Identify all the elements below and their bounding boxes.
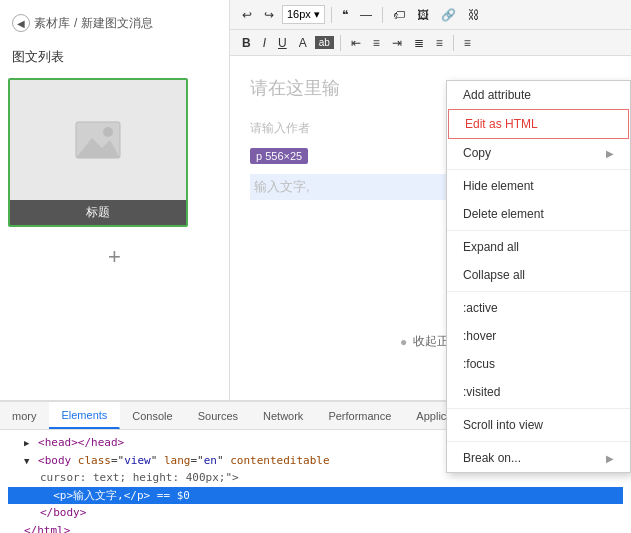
right-editor: ↩ ↪ 16px ▾ ❝ — 🏷 🖼 🔗 ⛓ B I U A ab ⇤ ≡ ⇥ … <box>230 0 631 400</box>
toolbar-row2: B I U A ab ⇤ ≡ ⇥ ≣ ≡ ≡ <box>230 30 631 56</box>
breadcrumb: ◀ 素材库 / 新建图文消息 <box>8 8 221 36</box>
divider5 <box>447 441 630 442</box>
list-button[interactable]: ≡ <box>432 34 447 52</box>
sep1 <box>331 7 332 23</box>
tab-memory[interactable]: mory <box>0 402 49 429</box>
italic-button[interactable]: I <box>259 34 270 52</box>
tag-button[interactable]: 🏷 <box>389 6 409 24</box>
bold-button[interactable]: B <box>238 34 255 52</box>
menu-item-focus[interactable]: :focus <box>447 350 630 378</box>
menu-item-expand[interactable]: Expand all <box>447 233 630 261</box>
sep2 <box>382 7 383 23</box>
image-card[interactable]: 标题 <box>8 78 188 227</box>
font-size-arrow: ▾ <box>314 8 320 20</box>
image-icon <box>74 120 122 160</box>
link2-button[interactable]: ⛓ <box>464 6 484 24</box>
highlight-button[interactable]: ab <box>315 36 334 49</box>
break-arrow: ▶ <box>606 453 614 464</box>
divider4 <box>447 408 630 409</box>
sep3 <box>340 35 341 51</box>
divider3 <box>447 291 630 292</box>
author-badge: p 556×25 <box>250 148 308 164</box>
back-button[interactable]: ◀ <box>12 14 30 32</box>
image-list-label: 图文列表 <box>8 44 221 70</box>
copy-arrow: ▶ <box>606 148 614 159</box>
divider2 <box>447 230 630 231</box>
image-placeholder <box>10 80 186 200</box>
font-color-button[interactable]: A <box>295 34 311 52</box>
code-line-html-close: </html> <box>8 522 623 533</box>
underline-button[interactable]: U <box>274 34 291 52</box>
more-button[interactable]: ≡ <box>460 34 475 52</box>
image-title-bar: 标题 <box>10 200 186 225</box>
menu-item-collapse[interactable]: Collapse all <box>447 261 630 289</box>
redo-button[interactable]: ↪ <box>260 6 278 24</box>
tab-sources[interactable]: Sources <box>186 402 251 429</box>
undo-button[interactable]: ↩ <box>238 6 256 24</box>
context-menu: Add attribute Edit as HTML Copy ▶ Hide e… <box>446 80 631 473</box>
menu-item-delete[interactable]: Delete element <box>447 200 630 228</box>
author-badge-icon: p <box>256 150 262 162</box>
menu-item-visited[interactable]: :visited <box>447 378 630 406</box>
menu-item-add-attribute[interactable]: Add attribute <box>447 81 630 109</box>
align-right-button[interactable]: ⇥ <box>388 34 406 52</box>
dash-button[interactable]: — <box>356 6 376 24</box>
menu-item-hover[interactable]: :hover <box>447 322 630 350</box>
divider1 <box>447 169 630 170</box>
svg-point-1 <box>103 127 113 137</box>
breadcrumb-page: 新建图文消息 <box>81 15 153 32</box>
quote-button[interactable]: ❝ <box>338 6 352 24</box>
align-left-button[interactable]: ⇤ <box>347 34 365 52</box>
link-button[interactable]: 🔗 <box>437 6 460 24</box>
add-image-button[interactable]: + <box>95 237 135 277</box>
menu-item-scroll[interactable]: Scroll into view <box>447 411 630 439</box>
tab-performance[interactable]: Performance <box>316 402 404 429</box>
code-line-body-close: </body> <box>8 504 623 522</box>
tab-elements[interactable]: Elements <box>49 402 120 429</box>
menu-item-edit-as-html[interactable]: Edit as HTML <box>448 109 629 139</box>
tab-console[interactable]: Console <box>120 402 185 429</box>
breadcrumb-library: 素材库 <box>34 15 70 32</box>
menu-item-hide[interactable]: Hide element <box>447 172 630 200</box>
left-sidebar: ◀ 素材库 / 新建图文消息 图文列表 标题 + <box>0 0 230 400</box>
toolbar-row1: ↩ ↪ 16px ▾ ❝ — 🏷 🖼 🔗 ⛓ <box>230 0 631 30</box>
breadcrumb-sep1: / <box>74 16 77 30</box>
tab-network[interactable]: Network <box>251 402 316 429</box>
code-line-p-selected[interactable]: <p>输入文字,</p> == $0 <box>8 487 623 505</box>
menu-item-break[interactable]: Break on... ▶ <box>447 444 630 472</box>
justify-button[interactable]: ≣ <box>410 34 428 52</box>
sep4 <box>453 35 454 51</box>
align-center-button[interactable]: ≡ <box>369 34 384 52</box>
menu-item-copy[interactable]: Copy ▶ <box>447 139 630 167</box>
image-button[interactable]: 🖼 <box>413 6 433 24</box>
menu-item-active[interactable]: :active <box>447 294 630 322</box>
font-size-dropdown[interactable]: 16px ▾ <box>282 5 325 24</box>
collapse-icon: ● <box>400 335 407 349</box>
author-badge-size: 556×25 <box>265 150 302 162</box>
font-size-value: 16px <box>287 8 311 20</box>
